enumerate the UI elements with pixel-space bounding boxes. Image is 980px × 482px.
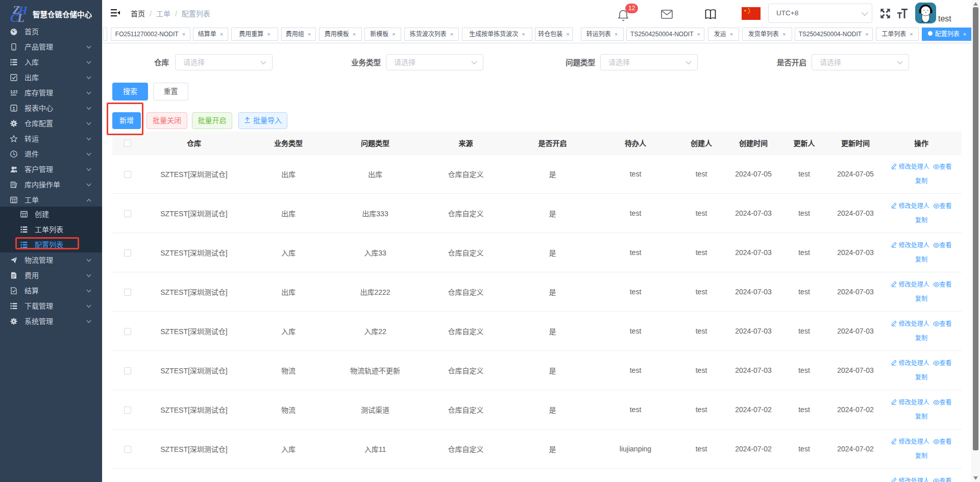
svg-text:L: L <box>17 12 24 24</box>
svg-text:123: 123 <box>10 89 17 94</box>
